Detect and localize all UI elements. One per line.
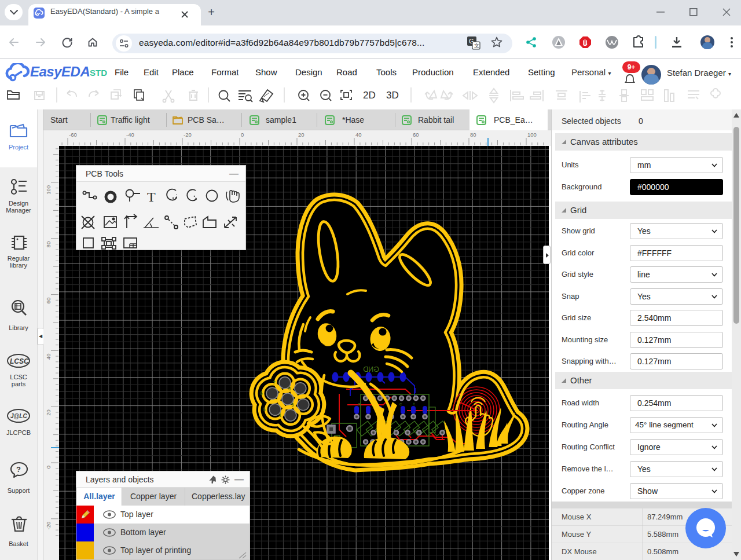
svg-text:?: ? xyxy=(16,465,21,474)
svg-text:0: 0 xyxy=(45,466,52,469)
svg-text:40: 40 xyxy=(355,131,362,138)
svg-text:-40: -40 xyxy=(126,131,134,138)
svg-text:-20: -20 xyxy=(45,522,52,530)
svg-text:80: 80 xyxy=(45,241,52,248)
svg-text:40: 40 xyxy=(45,353,52,360)
svg-text:20: 20 xyxy=(298,131,305,138)
svg-text:T: T xyxy=(147,189,156,204)
svg-text:60: 60 xyxy=(45,298,52,304)
svg-text:8: 8 xyxy=(288,386,291,391)
svg-text:c: c xyxy=(399,401,402,407)
svg-text:a: a xyxy=(358,401,361,407)
svg-text:文: 文 xyxy=(474,43,479,49)
svg-text:3D: 3D xyxy=(386,90,399,101)
svg-text:9: 9 xyxy=(291,402,294,408)
svg-text:100: 100 xyxy=(45,185,52,195)
svg-text:0: 0 xyxy=(241,131,244,138)
svg-text:GND: GND xyxy=(363,365,379,374)
svg-text:LCSC: LCSC xyxy=(10,357,29,365)
svg-text:2D: 2D xyxy=(363,90,376,101)
svg-text:J@LC: J@LC xyxy=(10,413,27,419)
svg-text:100: 100 xyxy=(527,131,537,138)
svg-text:20: 20 xyxy=(45,409,52,416)
svg-text:7: 7 xyxy=(273,380,276,386)
svg-text:-60: -60 xyxy=(69,131,77,138)
svg-text:4: 4 xyxy=(278,412,281,418)
svg-text:80: 80 xyxy=(470,131,476,138)
svg-text:-20: -20 xyxy=(184,131,192,138)
svg-text:5: 5 xyxy=(263,407,266,412)
svg-text:6: 6 xyxy=(260,390,263,396)
svg-text:60: 60 xyxy=(413,131,419,138)
